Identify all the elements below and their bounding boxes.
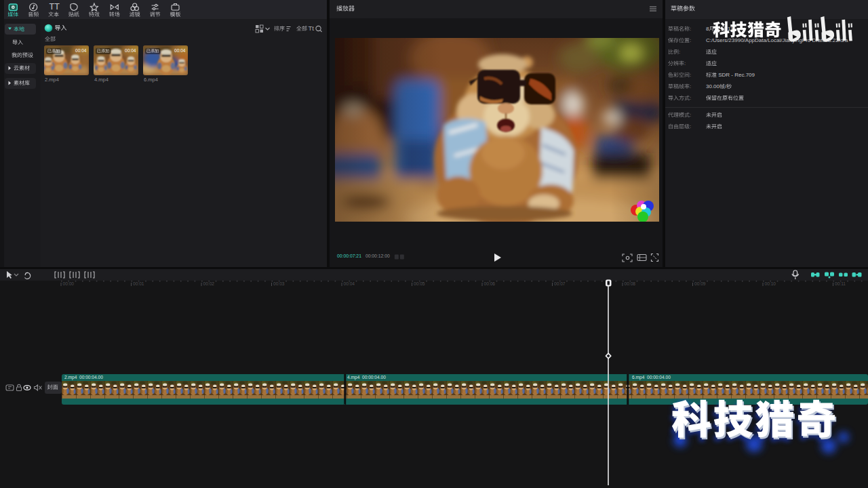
- svg-text:00:08: 00:08: [625, 281, 636, 286]
- svg-text:00:00: 00:00: [63, 281, 75, 286]
- svg-text:00:00:12:00: 00:00:12:00: [366, 253, 390, 258]
- svg-text::: :: [690, 112, 691, 118]
- svg-text::: :: [690, 37, 691, 43]
- svg-text:00:03: 00:03: [273, 281, 285, 286]
- svg-text:00:06: 00:06: [484, 281, 496, 286]
- svg-text:00:02: 00:02: [203, 281, 215, 286]
- svg-text::: :: [679, 49, 680, 55]
- svg-text:30.00: 30.00: [706, 83, 720, 89]
- svg-text:00:09: 00:09: [694, 281, 706, 286]
- svg-text:00:07: 00:07: [554, 281, 566, 286]
- svg-text::: :: [684, 60, 686, 66]
- svg-text:00:04: 00:04: [75, 48, 87, 53]
- svg-text::: :: [690, 123, 691, 129]
- svg-text:00:11: 00:11: [835, 281, 846, 286]
- svg-text:00:00:07:21: 00:00:07:21: [337, 253, 361, 258]
- svg-text::: :: [690, 72, 691, 78]
- svg-text:4.mp4 00:00:04.00: 4.mp4 00:00:04.00: [347, 375, 386, 380]
- svg-text:6.mp4: 6.mp4: [144, 77, 158, 83]
- svg-text:2.mp4: 2.mp4: [45, 77, 59, 83]
- svg-text:SDR - Rec.709: SDR - Rec.709: [717, 72, 755, 78]
- svg-text:00:04: 00:04: [125, 48, 136, 53]
- svg-text:00:01: 00:01: [133, 281, 144, 286]
- svg-text::: :: [690, 95, 691, 101]
- svg-text:00:05: 00:05: [414, 281, 425, 286]
- svg-text:6.mp4 00:00:04.00: 6.mp4 00:00:04.00: [632, 375, 671, 380]
- svg-text::: :: [690, 26, 691, 32]
- svg-text:8: 8: [706, 26, 709, 32]
- svg-text:00:04: 00:04: [174, 48, 186, 53]
- svg-text:00:04: 00:04: [344, 281, 355, 286]
- svg-text::: :: [690, 83, 691, 89]
- svg-text:Tt: Tt: [309, 24, 315, 32]
- svg-text:TT: TT: [50, 2, 60, 12]
- svg-text:2.mp4 00:00:04.00: 2.mp4 00:00:04.00: [64, 375, 103, 380]
- svg-text:4.mp4: 4.mp4: [94, 77, 108, 83]
- svg-text:00:10: 00:10: [765, 281, 776, 286]
